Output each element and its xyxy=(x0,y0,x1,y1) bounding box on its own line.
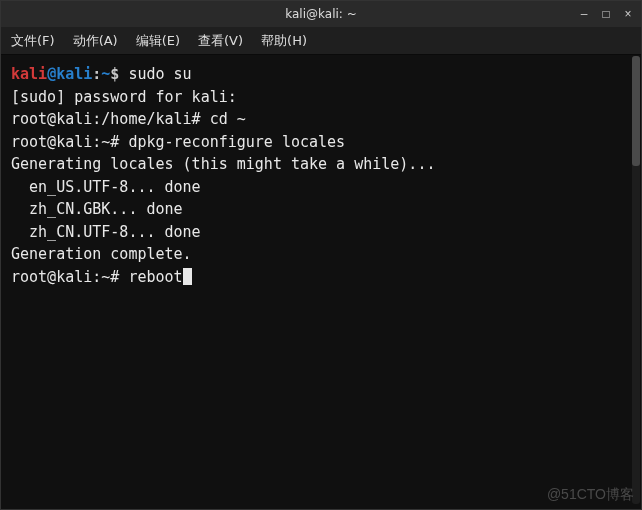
output-line: Generation complete. xyxy=(11,245,192,263)
cmd-sudo-su: sudo su xyxy=(119,65,191,83)
cmd-reboot: reboot xyxy=(128,268,182,286)
window-controls: – □ × xyxy=(577,1,635,27)
prompt-root: root@kali:~# xyxy=(11,268,128,286)
output-line: Generating locales (this might take a wh… xyxy=(11,155,435,173)
terminal-viewport[interactable]: kali@kali:~$ sudo su [sudo] password for… xyxy=(1,55,641,509)
titlebar[interactable]: kali@kali: ~ – □ × xyxy=(1,1,641,27)
menu-edit[interactable]: 编辑(E) xyxy=(136,32,180,50)
prompt-colon: : xyxy=(92,65,101,83)
output-line: en_US.UTF-8... done xyxy=(11,178,201,196)
prompt-user: kali xyxy=(11,65,47,83)
prompt-host: kali xyxy=(56,65,92,83)
minimize-icon[interactable]: – xyxy=(577,7,591,21)
terminal-content[interactable]: kali@kali:~$ sudo su [sudo] password for… xyxy=(11,63,631,288)
menu-help[interactable]: 帮助(H) xyxy=(261,32,307,50)
output-line: root@kali:/home/kali# cd ~ xyxy=(11,110,246,128)
menu-file[interactable]: 文件(F) xyxy=(11,32,55,50)
output-line: root@kali:~# dpkg-reconfigure locales xyxy=(11,133,345,151)
maximize-icon[interactable]: □ xyxy=(599,7,613,21)
prompt-at: @ xyxy=(47,65,56,83)
menu-view[interactable]: 查看(V) xyxy=(198,32,243,50)
output-line: [sudo] password for kali: xyxy=(11,88,237,106)
close-icon[interactable]: × xyxy=(621,7,635,21)
window-title: kali@kali: ~ xyxy=(285,7,356,21)
terminal-window: kali@kali: ~ – □ × 文件(F) 动作(A) 编辑(E) 查看(… xyxy=(0,0,642,510)
output-line: zh_CN.UTF-8... done xyxy=(11,223,201,241)
prompt-path: ~ xyxy=(101,65,110,83)
menubar: 文件(F) 动作(A) 编辑(E) 查看(V) 帮助(H) xyxy=(1,27,641,55)
scrollbar-thumb[interactable] xyxy=(632,56,640,166)
cursor-icon xyxy=(183,268,192,285)
menu-actions[interactable]: 动作(A) xyxy=(73,32,118,50)
output-line: zh_CN.GBK... done xyxy=(11,200,183,218)
